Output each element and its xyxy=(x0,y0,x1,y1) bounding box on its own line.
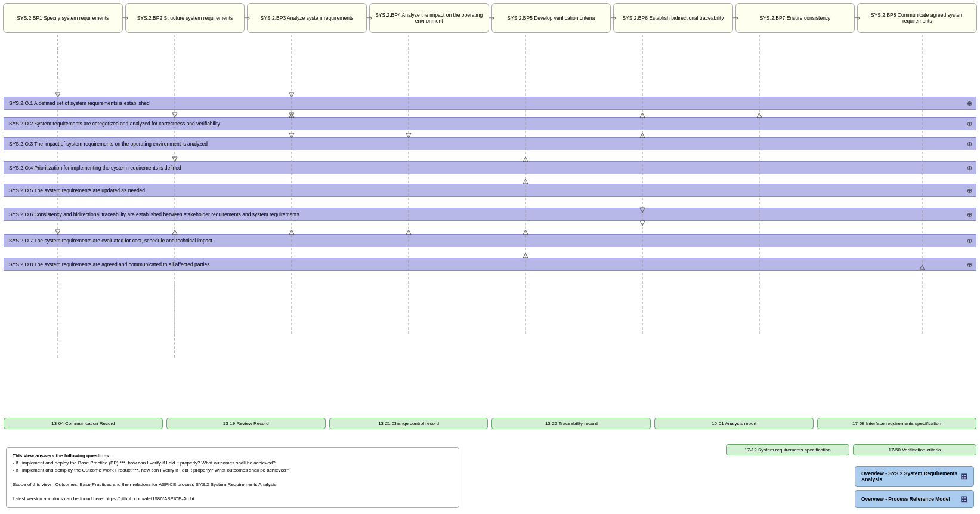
target-icon-3: ⊕ xyxy=(967,140,972,148)
target-icon-7: ⊕ xyxy=(967,237,972,245)
wp-label-6: 17-08 Interface requirements specificati… xyxy=(852,421,941,426)
outcome-row-8: SYS.2.O.8 The system requirements are ag… xyxy=(4,258,976,271)
target-icon-1: ⊕ xyxy=(967,100,972,107)
bp-label-2: SYS.2.BP2 Structure system requirements xyxy=(137,15,233,21)
wp-box-1[interactable]: 13-04 Communication Record xyxy=(4,418,163,429)
bp-label-1: SYS.2.BP1 Specify system requirements xyxy=(17,15,109,21)
wp-box-8[interactable]: 17-50 Verification criteria xyxy=(853,444,976,455)
wp-label-3: 13-21 Change control record xyxy=(378,421,439,426)
info-line-1: - If I implement and deploy the Base Pra… xyxy=(13,460,453,467)
target-icon-6: ⊕ xyxy=(967,211,972,218)
wp-box-6[interactable]: 17-08 Interface requirements specificati… xyxy=(817,418,976,429)
target-icon-5: ⊕ xyxy=(967,187,972,195)
bp-label-6: SYS.2.BP6 Establish bidirectional tracea… xyxy=(622,15,724,21)
outcome-label-5: SYS.2.O.5 The system requirements are up… xyxy=(9,187,976,193)
bp-box-3[interactable]: SYS.2.BP3 Analyze system requirements xyxy=(247,3,367,33)
outcome-row-7: SYS.2.O.7 The system requirements are ev… xyxy=(4,234,976,247)
wp-box-7[interactable]: 17-12 System requirements specification xyxy=(726,444,849,455)
outcome-label-2: SYS.2.O.2 System requirements are catego… xyxy=(9,121,976,127)
wp-label-7: 17-12 System requirements specification xyxy=(744,447,831,453)
outcome-label-3: SYS.2.O.3 The impact of system requireme… xyxy=(9,141,976,147)
outcome-row-4: SYS.2.O.4 Prioritization for implementin… xyxy=(4,161,976,174)
outcome-label-1: SYS.2.O.1 A defined set of system requir… xyxy=(9,100,976,106)
svg-marker-30 xyxy=(523,253,528,258)
bp-label-7: SYS.2.BP7 Ensure consistency xyxy=(760,15,831,21)
wp-row-2: 17-12 System requirements specification … xyxy=(726,444,976,455)
bp-box-2[interactable]: SYS.2.BP2 Structure system requirements xyxy=(125,3,245,33)
outcome-row-2: SYS.2.O.2 System requirements are catego… xyxy=(4,117,976,130)
bp-row: SYS.2.BP1 Specify system requirements SY… xyxy=(3,3,977,33)
outcome-label-7: SYS.2.O.7 The system requirements are ev… xyxy=(9,238,976,244)
nav-label-1: Overview - SYS.2 System Requirements Ana… xyxy=(861,470,960,482)
info-box: This view answers the following question… xyxy=(6,447,459,508)
bp-box-1[interactable]: SYS.2.BP1 Specify system requirements xyxy=(3,3,123,33)
wp-box-4[interactable]: 13-22 Traceability record xyxy=(491,418,651,429)
bp-box-8[interactable]: SYS.2.BP8 Communicate agreed system requ… xyxy=(857,3,977,33)
outcome-row-3: SYS.2.O.3 The impact of system requireme… xyxy=(4,137,976,150)
svg-overlay xyxy=(0,0,980,514)
bp-label-3: SYS.2.BP3 Analyze system requirements xyxy=(261,15,354,21)
info-line-3: Scope of this view - Outcomes, Base Prac… xyxy=(13,481,453,488)
outcome-row-1: SYS.2.O.1 A defined set of system requir… xyxy=(4,97,976,110)
nav-boxes: Overview - SYS.2 System Requirements Ana… xyxy=(855,466,974,508)
wp-label-2: 13-19 Review Record xyxy=(223,421,269,426)
bp-box-6[interactable]: SYS.2.BP6 Establish bidirectional tracea… xyxy=(613,3,733,33)
grid-icon-2: ⊞ xyxy=(960,494,967,504)
outcome-row-5: SYS.2.O.5 The system requirements are up… xyxy=(4,184,976,197)
bp-box-5[interactable]: SYS.2.BP5 Develop verification criteria xyxy=(491,3,611,33)
wp-label-8: 17-50 Verification criteria xyxy=(888,447,941,453)
nav-label-2: Overview - Process Reference Model xyxy=(861,496,960,502)
nav-box-2[interactable]: Overview - Process Reference Model ⊞ xyxy=(855,490,974,508)
outcome-label-6: SYS.2.O.6 Consistency and bidirectional … xyxy=(9,211,976,217)
wp-label-4: 13-22 Traceability record xyxy=(545,421,598,426)
target-icon-4: ⊕ xyxy=(967,164,972,172)
svg-marker-23 xyxy=(640,221,645,226)
info-line-4: Latest version and docs can be found her… xyxy=(13,495,453,503)
info-box-title: This view answers the following question… xyxy=(13,453,453,460)
outcome-label-4: SYS.2.O.4 Prioritization for implementin… xyxy=(9,165,976,171)
wp-box-5[interactable]: 15-01 Analysis report xyxy=(654,418,814,429)
wp-label-5: 15-01 Analysis report xyxy=(712,421,756,426)
wp-label-1: 13-04 Communication Record xyxy=(51,421,115,426)
svg-marker-22 xyxy=(523,179,528,184)
bp-box-7[interactable]: SYS.2.BP7 Ensure consistency xyxy=(735,3,855,33)
bp-label-5: SYS.2.BP5 Develop verification criteria xyxy=(507,15,595,21)
target-icon-8: ⊕ xyxy=(967,261,972,269)
wp-box-2[interactable]: 13-19 Review Record xyxy=(166,418,326,429)
bp-label-4: SYS.2.BP4 Analyze the impact on the oper… xyxy=(373,12,485,24)
outcome-row-6: SYS.2.O.6 Consistency and bidirectional … xyxy=(4,208,976,221)
wp-row-1: 13-04 Communication Record 13-19 Review … xyxy=(4,418,976,429)
bp-box-4[interactable]: SYS.2.BP4 Analyze the impact on the oper… xyxy=(369,3,489,33)
diagram-container: SYS.2.BP1 Specify system requirements SY… xyxy=(0,0,980,514)
wp-box-3[interactable]: 13-21 Change control record xyxy=(329,418,489,429)
target-icon-2: ⊕ xyxy=(967,120,972,128)
outcome-label-8: SYS.2.O.8 The system requirements are ag… xyxy=(9,261,976,267)
info-line-2: - If I implement and demploy the Outcome… xyxy=(13,467,453,474)
bp-label-8: SYS.2.BP8 Communicate agreed system requ… xyxy=(861,12,973,24)
nav-box-1[interactable]: Overview - SYS.2 System Requirements Ana… xyxy=(855,466,974,487)
grid-icon-1: ⊞ xyxy=(960,472,967,481)
